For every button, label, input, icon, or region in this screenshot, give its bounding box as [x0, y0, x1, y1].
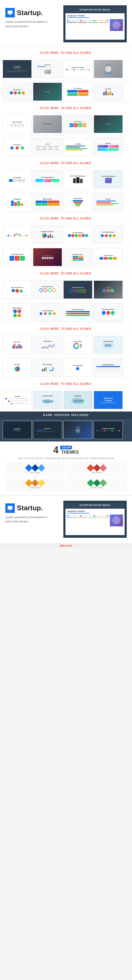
slide-thumb-swot-diagram[interactable]: SWOT Diagram: [3, 303, 32, 321]
slide-thumb-business-team[interactable]: Phil Mc. Joe Show CEO - Founder: [33, 115, 62, 134]
slide-thumb-vision[interactable]: Our Vision: [33, 83, 62, 101]
slide-thumb-four-step[interactable]: Four Step Process: [94, 226, 123, 244]
hero-section: Startup. create a powerful presentation …: [0, 0, 132, 48]
slide-thumb-six-step[interactable]: Six Step Process 1 2 3 4 5 6: [63, 226, 93, 244]
slide-thumb-features[interactable]: Key Features: [3, 83, 32, 101]
slide-thumb-four-step-b[interactable]: Four Step Process 01 02 03 04: [33, 280, 62, 299]
slide-thumb-latest-projects[interactable]: Our Latest Projects: [33, 170, 62, 188]
slide-row-3a: Our Portfolio Our Latest Projects Multi …: [0, 168, 132, 191]
footer-tl-line: [82, 516, 93, 516]
slide-thumb-three-step-e[interactable]: Three Step Process: [94, 303, 123, 321]
click-banner-7[interactable]: CLICK HERE TO SEE ALL SLIDES: [0, 379, 132, 389]
logo-text: Startup.: [17, 9, 43, 17]
dark-version-banner: DARK VERSION INCLUDED: [0, 412, 132, 419]
slide-thumb-table[interactable]: Distribution Table Header: [94, 358, 123, 377]
slide-thumb-infographic2[interactable]: Our Infographic %: [63, 358, 93, 377]
slide-thumb-world-map[interactable]: Worldwide Map: [94, 336, 123, 354]
footer-tagline: create a powerful presentation in just a…: [5, 515, 47, 524]
slide-thumb-four-step-dark[interactable]: Four Step Process 1 2 3 4: [63, 280, 93, 299]
color-number: 4: [53, 445, 59, 455]
slide-thumb-fast-present[interactable]: Fast Presentation: [33, 303, 62, 321]
click-text-4: CLICK HERE: [39, 217, 59, 220]
slide-thumb-timeline[interactable]: Company's Timeline: [63, 60, 93, 78]
slide-thumb-portfolio[interactable]: Portfolio: [94, 138, 123, 156]
slide-thumb-progress[interactable]: Progress: [94, 193, 123, 211]
slide-thumb-diagrams[interactable]: Diagrams & Reports: [33, 226, 62, 244]
slide-thumb-icons[interactable]: Icons: [33, 138, 62, 156]
presentation-icon: [7, 10, 13, 16]
slide-thumb-meet-team[interactable]: Meet our Team: [3, 115, 32, 134]
footer-logo-icon: [5, 503, 15, 513]
slide-thumb-bar-chart[interactable]: Bar Chart: [3, 336, 32, 354]
click-text: CLICK HERE: [39, 51, 59, 54]
slide-thumb-portfolio-title[interactable]: Our Portfolio: [3, 170, 32, 188]
slide-thumb-dark-man[interactable]: Our Team: [63, 421, 93, 439]
footer-tl-line: [68, 516, 80, 516]
click-banner-1[interactable]: CLICK HERE TO SEE ALL SLIDES: [0, 48, 132, 58]
click-banner-4[interactable]: CLICK HERE TO SEE ALL SLIDES: [0, 213, 132, 223]
slide-thumb-process[interactable]: Our Process 1 2 3: [3, 138, 32, 156]
slide-thumb-sales[interactable]: Sales Report: [33, 336, 62, 354]
slide-thumb-dark-about[interactable]: About Us: [33, 421, 62, 439]
slide-thumb-swot[interactable]: SWOT Analysis S W O T: [33, 193, 62, 211]
slide-thumb-switzerland[interactable]: Switzerland Map: [33, 391, 62, 409]
slide-thumb-iphone[interactable]: Multi Project Showcase: [63, 170, 93, 188]
hero-logo: Startup.: [5, 8, 60, 18]
slide-thumb-office-photo[interactable]: Our Office: [94, 115, 123, 134]
banner-text-1: TO SEE ALL SLIDES: [61, 51, 91, 54]
slide-thumb-six-step-b[interactable]: Six Step Process: [63, 248, 93, 266]
slide-thumb-polar-bear[interactable]: 8-in-1 iPhone Mockup: [94, 170, 123, 188]
slide-thumb-thanks[interactable]: Thanks forComing: [94, 391, 123, 409]
color-word: COLOR: [60, 445, 72, 449]
footer-presentation-icon: [7, 505, 13, 511]
slide-thumb-about[interactable]: About Us: [33, 60, 62, 78]
color-diamonds-blue: [8, 465, 63, 471]
click-banner-3[interactable]: CLICK HERE TO SEE ALL SLIDES: [0, 158, 132, 168]
slide-thumb-our-services[interactable]: Our Services: [63, 115, 93, 134]
slide-thumb-funnel[interactable]: Sales Funnel: [63, 193, 93, 211]
slide-thumb-goals[interactable]: Our Goals: [94, 280, 123, 299]
slide-row-4a: Timeline Diagrams & Reports: [0, 223, 132, 246]
slide-thumb-dark-pitch[interactable]: STARTUPPITCH DECK Dark version: [3, 421, 32, 439]
color-theme-label-green: Green Theme: [69, 487, 124, 488]
slide-thumb-dark-timeline[interactable]: Company's Timeline: [94, 421, 123, 439]
slide-thumb-pie-chart[interactable]: Pie Chart: [3, 358, 32, 377]
slide-thumb-skills[interactable]: Our Skills: [63, 138, 93, 156]
svg-rect-4: [46, 368, 47, 371]
footer-slide-preview: STARTUP PITCH DECK Company's Timeline: [63, 501, 127, 538]
slide-thumb-infographic[interactable]: Infographic: [3, 193, 32, 211]
slide-thumb-timeline2[interactable]: Timeline: [3, 226, 32, 244]
slide-thumb-services[interactable]: Our Services: [63, 83, 93, 101]
deck-label: STARTUP PITCH DECK: [66, 7, 125, 12]
slide-thumb-startup[interactable]: STARTUPPITCH DECK The Future:: [3, 60, 32, 78]
slide-row-7a: Timeline Switzerland Map: [0, 389, 132, 412]
hero-tagline: create a powerful presentation in just a…: [5, 19, 47, 28]
footer-preview: Company's Timeline: [66, 509, 125, 535]
slide-thumb-timeline3[interactable]: Timeline: [3, 391, 32, 409]
svg-rect-0: [8, 11, 13, 14]
click-banner-2[interactable]: CLICK HERE TO SEE ALL SLIDES: [0, 103, 132, 113]
color-themes-header: 4 COLOR THEMES: [5, 445, 127, 455]
slide-thumb-three-step-c[interactable]: Three Step Process: [3, 280, 32, 299]
slide-thumb-donut-chart[interactable]: Donut Chart A B C: [63, 336, 93, 354]
slide-thumb-three-step-a[interactable]: Three Step Process 1 2 3: [3, 248, 32, 266]
slide-thumb-three-step-d[interactable]: Three Step Process Step 1 Step 2 Step 3: [63, 303, 93, 321]
diamond-red-3: [99, 464, 107, 471]
slide-row-2b: Our Process 1 2 3 Icons: [0, 135, 132, 158]
slide-row-6a: Bar Chart Sales Report: [0, 334, 132, 356]
slide-thumb-five-step[interactable]: Five Step Process 1 2 3 4 5: [33, 248, 62, 266]
diamond-green-3: [99, 479, 107, 487]
click-banner-5[interactable]: CLICK HERE TO SEE ALL SLIDES: [0, 269, 132, 278]
slide-thumb-team-photo[interactable]: Our Team: [94, 60, 123, 78]
color-theme-blue: Blue Theme: [5, 463, 65, 476]
slide-thumb-data-reports[interactable]: Data & Reports: [33, 358, 62, 377]
slide-thumb-world-map2[interactable]: World Map: [63, 391, 93, 409]
footer-deck-label: STARTUP PITCH DECK: [66, 503, 125, 508]
slide-thumb-stats[interactable]: Our Stats: [94, 83, 123, 101]
color-themes-subtitle: USE THE COLOR OF YOUR BRAND OR CHOOSE ON…: [5, 457, 127, 460]
click-banner-6[interactable]: CLICK HERE TO SEE ALL SLIDES: [0, 324, 132, 334]
slide-thumb-arrow-process[interactable]: Arrow Process: [94, 248, 123, 266]
footer-tl-dot: [107, 515, 108, 517]
click-text-3: CLICK HERE: [39, 161, 59, 165]
color-diamonds-green: [69, 480, 124, 486]
